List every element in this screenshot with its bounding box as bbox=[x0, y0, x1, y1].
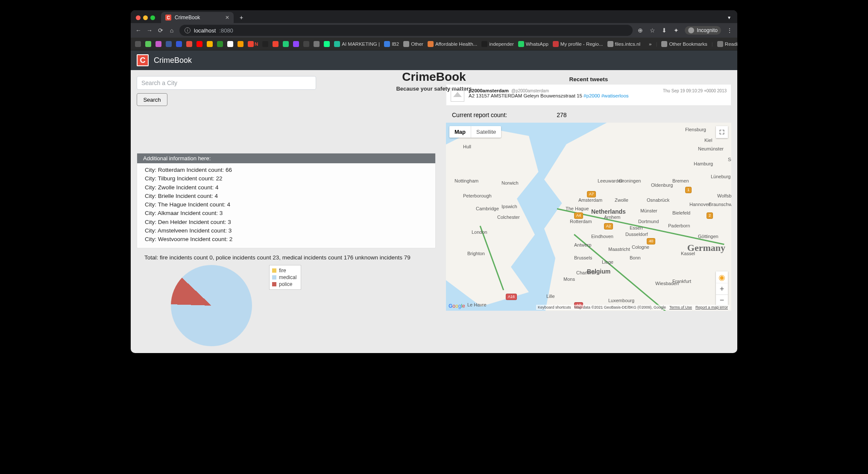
map-city-label: Groningen bbox=[619, 178, 641, 183]
bookmark-item[interactable] bbox=[166, 41, 172, 47]
extensions-icon[interactable]: ✦ bbox=[673, 27, 680, 34]
pegman-button[interactable]: ◉ bbox=[716, 271, 728, 283]
favicon-icon bbox=[334, 41, 340, 47]
tweet-hashtag[interactable]: #watiserloos bbox=[601, 93, 629, 98]
bookmark-item[interactable] bbox=[145, 41, 151, 47]
tweet-timestamp: Thu Sep 19 09:10:29 +0000 2013 bbox=[663, 88, 727, 93]
reading-list[interactable]: Reading List bbox=[717, 41, 737, 47]
map-city-label: Norwich bbox=[501, 180, 519, 185]
google-logo: Google bbox=[449, 303, 465, 309]
close-window-icon[interactable] bbox=[136, 15, 141, 20]
bookmark-item[interactable] bbox=[227, 41, 233, 47]
bookmark-item[interactable] bbox=[176, 41, 182, 47]
bookmark-item[interactable] bbox=[283, 41, 289, 47]
totals-line: Total: fire incidents count 0, police in… bbox=[137, 253, 436, 265]
fullscreen-button[interactable] bbox=[716, 126, 728, 138]
close-tab-icon[interactable]: ✕ bbox=[225, 15, 229, 21]
map-terms-link[interactable]: Terms of Use bbox=[669, 305, 692, 309]
bookmark-item[interactable]: My profile - Regio... bbox=[553, 41, 603, 47]
address-bar[interactable]: i localhost:8080 bbox=[179, 25, 633, 36]
map-city-label: Liege bbox=[602, 259, 613, 265]
map-footer: Keyboard shortcuts Map data ©2021 GeoBas… bbox=[536, 305, 730, 310]
zoom-icon[interactable]: ⊕ bbox=[637, 27, 644, 34]
bookmark-item[interactable] bbox=[207, 41, 213, 47]
road-badge-icon: 2 bbox=[707, 212, 713, 219]
back-icon[interactable]: ← bbox=[135, 27, 142, 34]
folder-icon bbox=[607, 41, 613, 47]
legend-swatch-icon bbox=[272, 275, 276, 280]
map-city-label: Le Havre bbox=[467, 302, 487, 307]
legend-label: police bbox=[279, 281, 292, 287]
bookmark-item[interactable] bbox=[196, 41, 202, 47]
download-icon[interactable]: ⬇ bbox=[661, 27, 668, 34]
bookmark-item[interactable] bbox=[238, 41, 243, 47]
bookmark-item[interactable]: AI MARKETING | bbox=[334, 41, 380, 47]
map-tab-map[interactable]: Map bbox=[449, 126, 471, 138]
map-city-label: Kassel bbox=[681, 251, 695, 256]
legend-label: medical bbox=[279, 274, 296, 280]
bookmark-item[interactable]: N bbox=[248, 41, 258, 47]
bookmark-item[interactable] bbox=[293, 41, 299, 47]
map-city-label: Oldenburg bbox=[651, 183, 673, 188]
map-city-label: Hull bbox=[463, 144, 471, 149]
zoom-out-button[interactable]: − bbox=[716, 294, 728, 306]
map-city-label: Brighton bbox=[467, 251, 485, 256]
bookmark-folder[interactable]: files.intcs.nl bbox=[607, 41, 640, 47]
favicon-icon bbox=[428, 41, 434, 47]
tabs-overflow-icon[interactable]: ▾ bbox=[728, 15, 734, 21]
bookmark-item[interactable]: WhatsApp bbox=[518, 41, 548, 47]
other-bookmarks[interactable]: Other Bookmarks bbox=[661, 41, 707, 47]
favicon-icon bbox=[248, 41, 254, 47]
bookmark-item[interactable] bbox=[262, 41, 268, 47]
zoom-control: + − bbox=[716, 283, 728, 306]
bookmark-item[interactable] bbox=[314, 41, 320, 47]
info-header: Additional information here: bbox=[137, 153, 435, 163]
fullscreen-icon bbox=[718, 129, 725, 135]
home-icon[interactable]: ⌂ bbox=[168, 27, 175, 34]
bookmark-item[interactable]: Affordable Health... bbox=[428, 41, 477, 47]
map-city-label: Luxembourg bbox=[608, 298, 634, 303]
map-report-link[interactable]: Report a map error bbox=[695, 305, 728, 309]
bookmark-star-icon[interactable]: ☆ bbox=[649, 27, 656, 34]
browser-tab[interactable]: C CrimeBook ✕ bbox=[161, 12, 234, 23]
favicon-icon bbox=[207, 41, 213, 47]
tweet-hashtag[interactable]: #p2000 bbox=[584, 93, 600, 98]
bookmark-item[interactable] bbox=[273, 41, 279, 47]
forward-icon[interactable]: → bbox=[146, 27, 153, 34]
city-search-input[interactable] bbox=[137, 76, 316, 90]
minimize-window-icon[interactable] bbox=[143, 15, 148, 20]
legend-item: fire bbox=[272, 267, 296, 274]
list-item: City: Alkmaar Incident count: 3 bbox=[145, 209, 428, 218]
map-city-label: Antwerp bbox=[574, 242, 591, 247]
map-shortcuts[interactable]: Keyboard shortcuts bbox=[538, 305, 571, 309]
map-city-label: Rotterdam bbox=[570, 219, 592, 224]
bookmarks-overflow[interactable]: » bbox=[649, 41, 651, 47]
list-item: City: Westvoorne Incident count: 2 bbox=[145, 235, 428, 244]
map[interactable]: Germany Netherlands Belgium Hull Notting… bbox=[446, 123, 731, 311]
tab-title: CrimeBook bbox=[175, 15, 200, 21]
chart-legend: firemedicalpolice bbox=[269, 265, 301, 290]
bookmark-folder[interactable]: Other bbox=[403, 41, 423, 47]
bookmark-item[interactable]: IB2 bbox=[384, 41, 399, 47]
map-city-label: Bielefeld bbox=[672, 210, 690, 215]
bookmark-item[interactable] bbox=[155, 41, 161, 47]
bookmark-item[interactable] bbox=[186, 41, 192, 47]
new-tab-button[interactable]: + bbox=[237, 14, 246, 21]
menu-icon[interactable]: ⋮ bbox=[726, 27, 733, 34]
bookmark-item[interactable] bbox=[303, 41, 309, 47]
reload-icon[interactable]: ⟳ bbox=[157, 27, 164, 34]
map-tab-satellite[interactable]: Satellite bbox=[471, 126, 501, 138]
map-city-label: Nottingham bbox=[455, 178, 478, 183]
search-button[interactable]: Search bbox=[137, 93, 167, 106]
bookmark-item[interactable] bbox=[135, 41, 141, 47]
bookmark-item[interactable] bbox=[324, 41, 330, 47]
map-city-label: Mons bbox=[563, 277, 575, 282]
bookmark-item[interactable] bbox=[217, 41, 223, 47]
map-city-label: Amsterdam bbox=[578, 197, 602, 203]
zoom-in-button[interactable]: + bbox=[716, 283, 728, 294]
maximize-window-icon[interactable] bbox=[150, 15, 155, 20]
tweet-card: p2000amsterdam @p2000amsterdam Thu Sep 1… bbox=[446, 84, 731, 106]
site-info-icon[interactable]: i bbox=[185, 27, 191, 33]
favicon-icon bbox=[196, 41, 202, 47]
bookmark-item[interactable]: independer bbox=[481, 41, 514, 47]
